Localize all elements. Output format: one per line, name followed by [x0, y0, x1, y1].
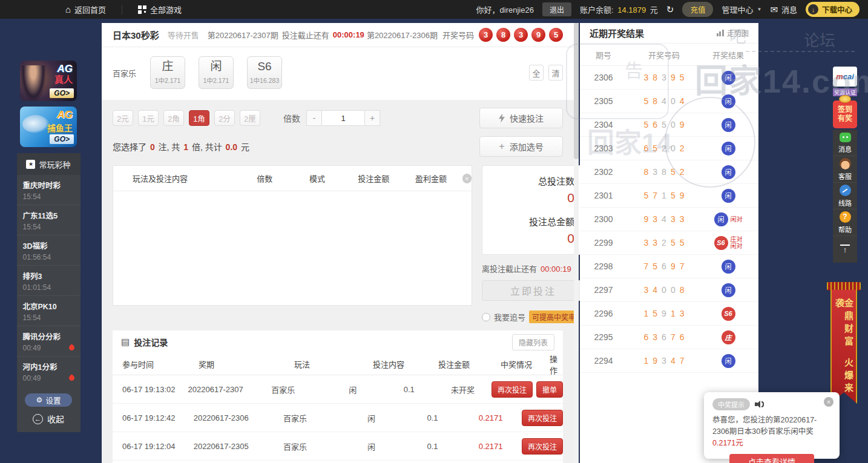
- bet-option-庄[interactable]: 庄1中2.171: [150, 56, 185, 89]
- bet-option-name: 闲: [210, 61, 222, 73]
- lottery-countdown: 00:49: [23, 374, 74, 383]
- multiplier-plus-button[interactable]: +: [364, 110, 380, 126]
- scrollbar-thumb[interactable]: [574, 23, 579, 159]
- slip-column-header: 模式: [291, 172, 344, 184]
- messages-link[interactable]: ✉ 消息: [770, 4, 797, 15]
- bet-option-S6[interactable]: S61中16.283: [247, 56, 282, 89]
- lottery-countdown: 01:56:54: [23, 253, 74, 261]
- chip-2元[interactable]: 2元: [113, 110, 133, 126]
- result-numbers: 56509: [627, 120, 701, 130]
- clear-button[interactable]: 清: [548, 65, 563, 80]
- hide-list-button[interactable]: 隐藏列表: [512, 334, 554, 350]
- topbar-divider: [122, 5, 122, 15]
- ag-live-go-button[interactable]: GO>: [50, 88, 74, 98]
- list-item: 230456509闲: [580, 113, 758, 137]
- ag-fishing-banner[interactable]: AG 捕鱼王 GO>: [20, 107, 77, 147]
- signin-reward-button[interactable]: 签到 有奖: [833, 100, 857, 128]
- view-details-button[interactable]: 点击查看详情: [729, 454, 814, 463]
- logout-button[interactable]: 退出: [542, 2, 571, 16]
- rebet-button[interactable]: 再次投注: [522, 410, 563, 426]
- sidebar-item-排列3[interactable]: 排列301:01:54: [17, 265, 81, 295]
- rail-item-消息[interactable]: 消息: [833, 130, 857, 156]
- add-selection-button[interactable]: + 添加选号: [479, 136, 563, 157]
- trend-link-label: 走势图: [727, 28, 749, 38]
- collapse-button[interactable]: ← 收起: [17, 413, 81, 425]
- sidebar-item-河内1分彩[interactable]: 河内1分彩00:49: [17, 356, 81, 386]
- mcai-logo[interactable]: mcai: [833, 67, 857, 87]
- main-scrollbar[interactable]: [574, 23, 579, 463]
- selected-amount: 0.0: [226, 142, 237, 152]
- chip-1角[interactable]: 1角: [189, 110, 209, 126]
- records-header-row: 参与时间奖期玩法投注内容投注金额中奖情况操作: [113, 353, 563, 375]
- chase-checkbox[interactable]: [482, 313, 490, 321]
- back-to-top-button[interactable]: ↑: [833, 236, 857, 263]
- rail-item-帮助[interactable]: ?帮助: [833, 209, 857, 236]
- chip-2厘[interactable]: 2厘: [240, 110, 260, 126]
- ag-fishing-go-button[interactable]: GO>: [50, 134, 74, 144]
- settings-button[interactable]: ⚙ 设置: [25, 393, 72, 407]
- rebet-button[interactable]: 再次投注: [522, 438, 563, 455]
- close-icon[interactable]: ×: [462, 174, 472, 183]
- sidebar-item-广东11选5[interactable]: 广东11选515:54: [17, 205, 81, 235]
- result-numbers: 65202: [627, 143, 701, 153]
- slip-column-header: 玩法及投注内容: [113, 172, 239, 184]
- record-game: 百家乐: [277, 441, 338, 452]
- trend-chart-link[interactable]: 走势图: [717, 28, 749, 38]
- result-digit: 8: [644, 167, 649, 177]
- result-ball: 9: [531, 28, 545, 42]
- quick-bet-button[interactable]: 快速投注: [479, 108, 563, 128]
- record-content: 闲: [338, 441, 406, 452]
- result-digit: 2: [680, 167, 685, 177]
- result-outcome: 闲: [701, 165, 755, 179]
- admin-center-menu[interactable]: 管理中心 ▼: [722, 4, 761, 15]
- sidebar-item-3D福彩[interactable]: 3D福彩01:56:54: [17, 235, 81, 265]
- ag-live-banner[interactable]: AG 真人 GO>: [20, 61, 77, 101]
- result-digit: 7: [653, 191, 657, 200]
- balance-label: 账户余额:: [580, 5, 614, 15]
- multiplier-input[interactable]: [322, 110, 364, 126]
- chip-1元[interactable]: 1元: [138, 110, 159, 126]
- result-digit: 1: [644, 356, 649, 366]
- refresh-icon[interactable]: ↻: [666, 4, 674, 15]
- close-icon[interactable]: ×: [824, 397, 833, 407]
- slip-column-header: 倍数: [239, 172, 291, 184]
- result-label: 开奖号码: [442, 29, 474, 41]
- result-issue: 2298: [580, 261, 627, 271]
- speaker-icon[interactable]: [755, 400, 766, 409]
- all-games-link[interactable]: 全部游戏: [138, 4, 182, 15]
- promo-ribbon[interactable]: 金鼎财富火爆来袭: [827, 282, 861, 406]
- sidebar-item-北京PK10[interactable]: 北京PK1015:54: [17, 295, 81, 326]
- home-link[interactable]: ⌂ 返回首页: [65, 4, 106, 15]
- selected-times: 1: [183, 142, 188, 152]
- result-outcome: 闲: [701, 260, 755, 274]
- rebet-button[interactable]: 再次投注: [492, 381, 533, 398]
- multiplier-minus-button[interactable]: -: [306, 110, 322, 126]
- rail-item-线路[interactable]: 线路: [833, 183, 857, 209]
- select-all-button[interactable]: 全: [529, 65, 544, 80]
- download-center-button[interactable]: ↓ 下载中心: [806, 2, 860, 17]
- result-ball: 3: [479, 28, 493, 42]
- sidebar-item-重庆时时彩[interactable]: 重庆时时彩15:54: [17, 175, 81, 205]
- stake-zone: 2元1元2角1角2分2厘 倍数 - + 快速投注 您选择了 0 注, 共 1: [102, 100, 574, 463]
- game-status: 等待开售: [168, 29, 199, 41]
- result-digit: 3: [644, 73, 649, 82]
- chip-2分[interactable]: 2分: [214, 110, 235, 126]
- cancel-bet-button[interactable]: 撤单: [536, 381, 563, 398]
- result-outcome: 闲: [701, 118, 755, 132]
- list-item: 230638395闲: [580, 66, 758, 90]
- sidebar-item-腾讯分分彩[interactable]: 腾讯分分彩00:49: [17, 326, 81, 356]
- rail-item-客服[interactable]: 客服: [833, 156, 857, 183]
- outcome-badge: 闲: [722, 354, 735, 368]
- bet-option-闲[interactable]: 闲1中2.171: [199, 56, 234, 89]
- slip-deadline: 离投注截止还有00:00:19: [482, 263, 585, 274]
- bet-now-button[interactable]: 立即投注: [482, 280, 585, 301]
- recharge-button[interactable]: 充值: [682, 2, 713, 17]
- home-icon: ⌂: [65, 5, 71, 14]
- game-title: 日本30秒彩: [113, 28, 159, 41]
- list-item: 230283852闲: [580, 160, 758, 184]
- record-actions: 再次投注撤单: [492, 381, 563, 398]
- chip-list: 2元1元2角1角2分2厘: [113, 110, 265, 126]
- record-time: 06-17 19:13:02: [113, 385, 188, 394]
- chip-2角[interactable]: 2角: [163, 110, 184, 126]
- bet-option-odds: 1中2.171: [203, 76, 229, 85]
